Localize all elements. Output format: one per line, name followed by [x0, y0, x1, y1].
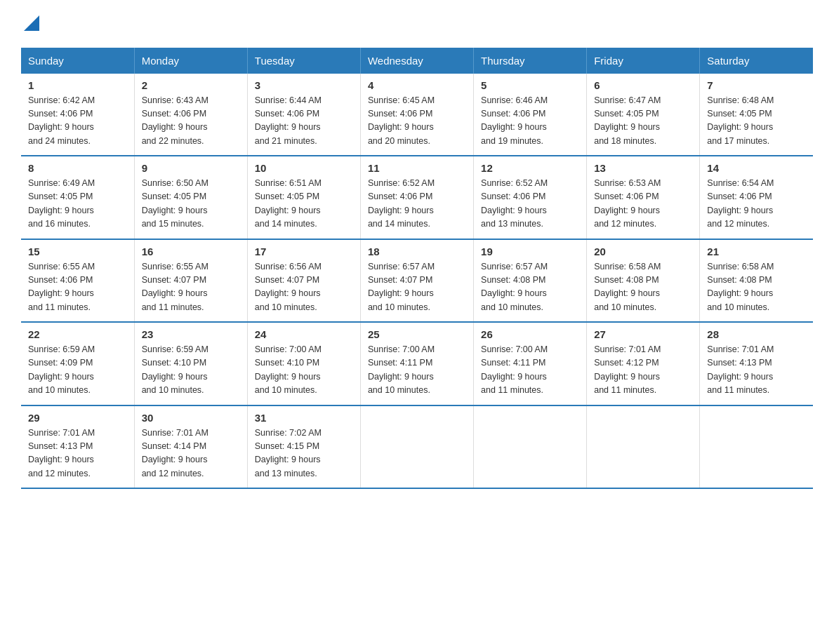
- day-info: Sunrise: 6:42 AMSunset: 4:06 PMDaylight:…: [28, 95, 95, 146]
- day-info: Sunrise: 6:55 AMSunset: 4:07 PMDaylight:…: [142, 262, 208, 312]
- day-number: 22: [28, 328, 127, 340]
- day-number: 16: [142, 246, 240, 257]
- day-number: 19: [481, 246, 579, 257]
- logo: [21, 14, 39, 34]
- day-info: Sunrise: 6:51 AMSunset: 4:05 PMDaylight:…: [255, 178, 322, 229]
- day-number: 27: [594, 328, 692, 340]
- calendar-cell: 17 Sunrise: 6:56 AMSunset: 4:07 PMDaylig…: [247, 239, 360, 323]
- day-number: 3: [255, 79, 353, 91]
- day-info: Sunrise: 6:59 AMSunset: 4:09 PMDaylight:…: [28, 344, 95, 395]
- day-info: Sunrise: 6:56 AMSunset: 4:07 PMDaylight:…: [255, 262, 322, 312]
- day-info: Sunrise: 7:00 AMSunset: 4:10 PMDaylight:…: [255, 344, 322, 395]
- day-number: 15: [28, 246, 127, 257]
- day-info: Sunrise: 6:57 AMSunset: 4:07 PMDaylight:…: [368, 262, 435, 312]
- calendar-cell: 14 Sunrise: 6:54 AMSunset: 4:06 PMDaylig…: [700, 156, 813, 239]
- calendar-cell: 7 Sunrise: 6:48 AMSunset: 4:05 PMDayligh…: [700, 74, 813, 156]
- calendar-cell: 8 Sunrise: 6:49 AMSunset: 4:05 PMDayligh…: [21, 156, 134, 239]
- day-number: 30: [142, 412, 240, 424]
- day-number: 12: [481, 162, 579, 174]
- calendar-cell: 6 Sunrise: 6:47 AMSunset: 4:05 PMDayligh…: [587, 74, 700, 156]
- day-number: 17: [255, 246, 353, 257]
- day-number: 29: [28, 412, 127, 424]
- weekday-header-sunday: Sunday: [21, 48, 134, 74]
- day-number: 28: [707, 328, 806, 340]
- day-number: 26: [481, 328, 579, 340]
- day-number: 11: [368, 162, 466, 174]
- calendar-cell: 10 Sunrise: 6:51 AMSunset: 4:05 PMDaylig…: [247, 156, 360, 239]
- day-number: 25: [368, 328, 466, 340]
- calendar-cell: 25 Sunrise: 7:00 AMSunset: 4:11 PMDaylig…: [360, 322, 473, 405]
- day-info: Sunrise: 7:01 AMSunset: 4:14 PMDaylight:…: [142, 428, 208, 478]
- calendar-body: 1 Sunrise: 6:42 AMSunset: 4:06 PMDayligh…: [21, 74, 813, 489]
- calendar-cell: 22 Sunrise: 6:59 AMSunset: 4:09 PMDaylig…: [21, 322, 134, 405]
- calendar-cell: 29 Sunrise: 7:01 AMSunset: 4:13 PMDaylig…: [21, 405, 134, 489]
- calendar-cell: 13 Sunrise: 6:53 AMSunset: 4:06 PMDaylig…: [587, 156, 700, 239]
- calendar-week-row: 1 Sunrise: 6:42 AMSunset: 4:06 PMDayligh…: [21, 74, 813, 156]
- calendar-cell: 27 Sunrise: 7:01 AMSunset: 4:12 PMDaylig…: [587, 322, 700, 405]
- calendar-week-row: 22 Sunrise: 6:59 AMSunset: 4:09 PMDaylig…: [21, 322, 813, 405]
- calendar-cell: 26 Sunrise: 7:00 AMSunset: 4:11 PMDaylig…: [474, 322, 587, 405]
- calendar-cell: 11 Sunrise: 6:52 AMSunset: 4:06 PMDaylig…: [360, 156, 473, 239]
- day-info: Sunrise: 7:01 AMSunset: 4:13 PMDaylight:…: [707, 344, 774, 395]
- day-info: Sunrise: 6:52 AMSunset: 4:06 PMDaylight:…: [481, 178, 548, 229]
- day-info: Sunrise: 6:49 AMSunset: 4:05 PMDaylight:…: [28, 178, 95, 229]
- logo-triangle-icon: [24, 15, 39, 31]
- svg-marker-0: [24, 15, 39, 31]
- weekday-header-thursday: Thursday: [474, 48, 587, 74]
- day-number: 21: [707, 246, 806, 257]
- calendar-cell: 24 Sunrise: 7:00 AMSunset: 4:10 PMDaylig…: [247, 322, 360, 405]
- day-info: Sunrise: 6:44 AMSunset: 4:06 PMDaylight:…: [255, 95, 322, 146]
- calendar-cell: [360, 405, 473, 489]
- day-info: Sunrise: 7:01 AMSunset: 4:12 PMDaylight:…: [594, 344, 661, 395]
- weekday-header-tuesday: Tuesday: [247, 48, 360, 74]
- day-info: Sunrise: 6:59 AMSunset: 4:10 PMDaylight:…: [142, 344, 208, 395]
- day-info: Sunrise: 7:01 AMSunset: 4:13 PMDaylight:…: [28, 428, 95, 478]
- calendar-cell: 18 Sunrise: 6:57 AMSunset: 4:07 PMDaylig…: [360, 239, 473, 323]
- calendar-cell: 21 Sunrise: 6:58 AMSunset: 4:08 PMDaylig…: [700, 239, 813, 323]
- day-info: Sunrise: 6:45 AMSunset: 4:06 PMDaylight:…: [368, 95, 435, 146]
- calendar-cell: [474, 405, 587, 489]
- page-header: [21, 14, 813, 34]
- calendar-cell: 23 Sunrise: 6:59 AMSunset: 4:10 PMDaylig…: [134, 322, 247, 405]
- day-number: 2: [142, 79, 240, 91]
- calendar-cell: 1 Sunrise: 6:42 AMSunset: 4:06 PMDayligh…: [21, 74, 134, 156]
- day-info: Sunrise: 6:50 AMSunset: 4:05 PMDaylight:…: [142, 178, 208, 229]
- day-info: Sunrise: 6:55 AMSunset: 4:06 PMDaylight:…: [28, 262, 95, 312]
- day-number: 6: [594, 79, 692, 91]
- day-number: 24: [255, 328, 353, 340]
- calendar-week-row: 8 Sunrise: 6:49 AMSunset: 4:05 PMDayligh…: [21, 156, 813, 239]
- day-number: 13: [594, 162, 692, 174]
- calendar-cell: 20 Sunrise: 6:58 AMSunset: 4:08 PMDaylig…: [587, 239, 700, 323]
- day-number: 1: [28, 79, 127, 91]
- day-info: Sunrise: 6:43 AMSunset: 4:06 PMDaylight:…: [142, 95, 208, 146]
- day-number: 9: [142, 162, 240, 174]
- weekday-header-row: SundayMondayTuesdayWednesdayThursdayFrid…: [21, 48, 813, 74]
- calendar-cell: 12 Sunrise: 6:52 AMSunset: 4:06 PMDaylig…: [474, 156, 587, 239]
- day-info: Sunrise: 6:53 AMSunset: 4:06 PMDaylight:…: [594, 178, 661, 229]
- calendar-cell: 5 Sunrise: 6:46 AMSunset: 4:06 PMDayligh…: [474, 74, 587, 156]
- day-info: Sunrise: 6:54 AMSunset: 4:06 PMDaylight:…: [707, 178, 774, 229]
- day-info: Sunrise: 6:48 AMSunset: 4:05 PMDaylight:…: [707, 95, 774, 146]
- day-number: 14: [707, 162, 806, 174]
- day-number: 20: [594, 246, 692, 257]
- day-number: 5: [481, 79, 579, 91]
- calendar-cell: [700, 405, 813, 489]
- day-number: 31: [255, 412, 353, 424]
- weekday-header-saturday: Saturday: [700, 48, 813, 74]
- day-info: Sunrise: 6:52 AMSunset: 4:06 PMDaylight:…: [368, 178, 435, 229]
- calendar-cell: 19 Sunrise: 6:57 AMSunset: 4:08 PMDaylig…: [474, 239, 587, 323]
- calendar-cell: 9 Sunrise: 6:50 AMSunset: 4:05 PMDayligh…: [134, 156, 247, 239]
- weekday-header-monday: Monday: [134, 48, 247, 74]
- day-number: 10: [255, 162, 353, 174]
- day-number: 8: [28, 162, 127, 174]
- day-info: Sunrise: 6:46 AMSunset: 4:06 PMDaylight:…: [481, 95, 548, 146]
- calendar-cell: 16 Sunrise: 6:55 AMSunset: 4:07 PMDaylig…: [134, 239, 247, 323]
- day-number: 7: [707, 79, 806, 91]
- calendar-cell: 28 Sunrise: 7:01 AMSunset: 4:13 PMDaylig…: [700, 322, 813, 405]
- calendar-week-row: 29 Sunrise: 7:01 AMSunset: 4:13 PMDaylig…: [21, 405, 813, 489]
- calendar-table: SundayMondayTuesdayWednesdayThursdayFrid…: [21, 48, 813, 490]
- day-number: 23: [142, 328, 240, 340]
- calendar-cell: [587, 405, 700, 489]
- day-number: 18: [368, 246, 466, 257]
- calendar-cell: 4 Sunrise: 6:45 AMSunset: 4:06 PMDayligh…: [360, 74, 473, 156]
